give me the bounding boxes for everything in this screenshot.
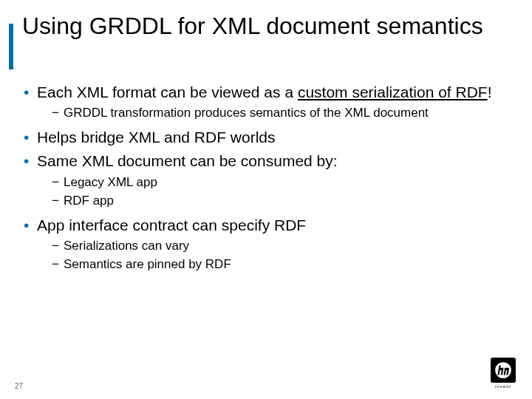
bullet-item: Same XML document can be consumed by: Le… [22, 151, 510, 209]
bullet-item: Helps bridge XML and RDF worlds [22, 128, 510, 147]
bullet-item: App interface contract can specify RDF S… [22, 216, 510, 273]
subbullet-item: Legacy XML app [37, 174, 510, 191]
bullet-text-link: custom serialization of RDF [298, 83, 488, 100]
bullet-text-post: ! [488, 83, 492, 100]
bullet-text: Same XML document can be consumed by: [37, 152, 338, 169]
accent-bar [9, 24, 13, 69]
hp-logo: invent [491, 358, 516, 389]
hp-logo-text: invent [491, 384, 516, 389]
bullet-text-pre: Each XML format can be viewed as a [37, 83, 298, 100]
page-number: 27 [15, 382, 23, 390]
subbullet-item: RDF app [37, 193, 510, 210]
subbullet-item: Serializations can vary [37, 238, 510, 255]
bullet-text: App interface contract can specify RDF [37, 216, 306, 233]
hp-logo-icon [491, 358, 516, 383]
slide-content: Each XML format can be viewed as a custo… [22, 83, 510, 279]
subbullet-item: GRDDL transformation produces semantics … [37, 105, 510, 122]
subbullet-item: Semantics are pinned by RDF [37, 256, 510, 273]
bullet-item: Each XML format can be viewed as a custo… [22, 83, 510, 122]
bullet-text: Helps bridge XML and RDF worlds [37, 129, 276, 146]
slide-title: Using GRDDL for XML document semantics [22, 13, 510, 40]
